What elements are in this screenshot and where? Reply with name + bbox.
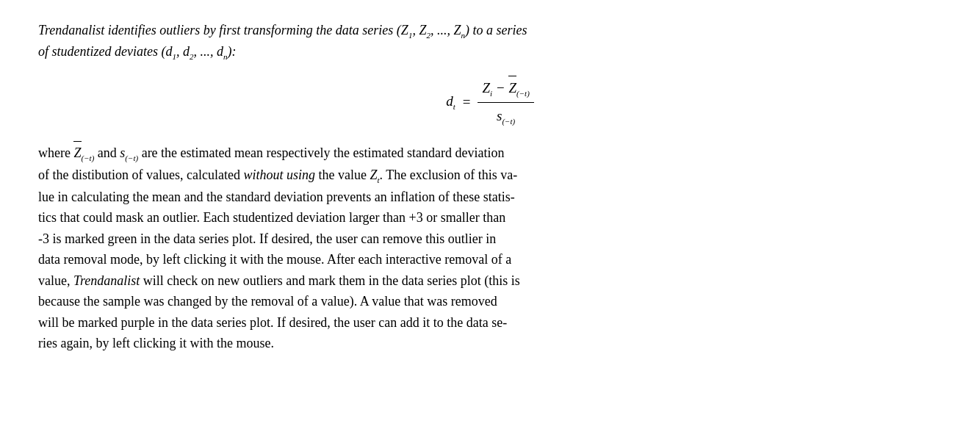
formula-equals: = [463,91,471,112]
body-text-13: ries again, by left clicking it with the… [38,336,274,350]
intro-text-1: identifies outliers by first transformin… [104,23,401,37]
s-inline: s(−t) [120,145,138,160]
formula: dt = Zi − Z(−t) s(−t) [446,76,534,128]
body-text-7: -3 is marked green in the data series pl… [38,231,496,246]
body-text-3: the value [315,168,370,182]
body-text-12: will be marked purple in the data series… [38,315,507,330]
body-text-4: . The exclusion of this va- [380,168,518,182]
body-text: where Z(−t) and s(−t) are the estimated … [38,141,942,353]
formula-block: dt = Zi − Z(−t) s(−t) [38,76,942,128]
body-text-11: because the sample was changed by the re… [38,294,497,309]
body-and-s: and [94,145,120,160]
intro-z1: Z1, Z2, ..., Zn [401,23,465,37]
zbar-inline: Z(−t) [73,141,94,165]
formula-numerator: Zi − Z(−t) [478,76,533,103]
intro-d-vars: d1, d2, ..., dn [165,44,227,59]
trendanalist-inline: Trendanalist [73,273,140,288]
body-text-1: are the estimated mean respectively the … [138,145,504,160]
formula-lhs: dt [446,90,455,113]
without-using: without using [243,168,315,182]
formula-denominator: s(−t) [492,103,519,128]
where-label: where [38,145,73,160]
body-text-9: value, [38,273,73,288]
intro-text-3: of studentized deviates ( [38,44,165,59]
formula-fraction: Zi − Z(−t) s(−t) [478,76,533,128]
body-text-10: will check on new outliers and mark them… [140,273,519,288]
intro-italic-app: Trendanalist [38,23,104,37]
minus-sign: − [496,80,509,96]
body-text-2: of the distibution of values, calculated [38,168,243,182]
intro-paragraph: Trendanalist identifies outliers by firs… [38,21,942,62]
intro-text-2: ) to a series [465,23,527,37]
s-term: s(−t) [497,108,515,123]
body-text-6: tics that could mask an outlier. Each st… [38,210,505,225]
zt-inline: Zt [370,168,379,182]
body-text-8: data removal mode, by left clicking it w… [38,252,511,267]
zi-term: Zi [482,80,492,96]
body-text-5: lue in calculating the mean and the stan… [38,190,515,204]
zbar-term: Z(−t) [508,76,529,100]
page-container: Trendanalist identifies outliers by firs… [0,0,980,432]
intro-colon: ): [227,44,236,59]
